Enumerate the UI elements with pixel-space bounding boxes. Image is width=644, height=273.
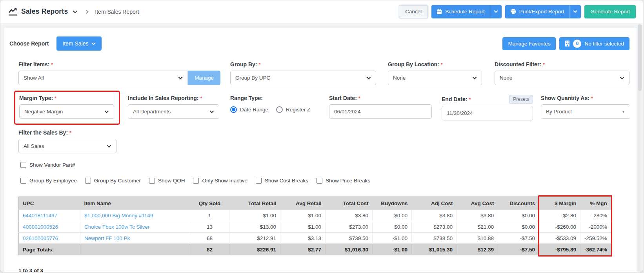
table-cell: Choice Fbox 100w Tc Silver xyxy=(80,221,190,233)
cancel-button[interactable]: Cancel xyxy=(399,5,428,18)
scrollbar[interactable] xyxy=(637,23,642,272)
table-cell: 68 xyxy=(190,233,229,244)
required-asterisk: * xyxy=(591,95,593,101)
table-cell: $3.80 xyxy=(326,210,373,221)
item-name-link[interactable]: Newport FF 100 Pk xyxy=(84,235,130,241)
filter-status-button[interactable]: 0 No filter selected xyxy=(559,37,629,50)
presets-button[interactable]: Presets xyxy=(509,95,533,104)
chevron-down-icon[interactable] xyxy=(73,10,78,13)
table-cell: $3.80 xyxy=(412,210,457,221)
chevron-down-icon xyxy=(209,110,214,113)
start-date-label: Start Date: xyxy=(329,95,357,101)
option-checkbox-1[interactable]: Group By Customer xyxy=(85,178,141,184)
table-cell: $3.80 xyxy=(457,210,498,221)
table-cell: -$2.80 xyxy=(539,210,580,221)
margin-type-select[interactable]: Negative Margin xyxy=(19,104,114,119)
margin-type-label: Margin Type: xyxy=(19,95,53,101)
print-export-split-button: Print/Export Report xyxy=(505,5,581,18)
report-selector-value: Item Sales xyxy=(62,40,88,47)
option-checkbox-5[interactable]: Show Price Breaks xyxy=(317,178,370,184)
checkbox-icon xyxy=(20,162,26,168)
filter-items-select[interactable]: Show All xyxy=(18,71,188,85)
discounted-filter-value: None xyxy=(500,75,512,81)
checkbox-label: Show Cost Breaks xyxy=(265,178,308,184)
report-selector-button[interactable]: Item Sales xyxy=(56,36,102,51)
column-header: UPC xyxy=(19,197,80,210)
manage-button[interactable]: Manage xyxy=(188,71,220,85)
table-cell: $212.91 xyxy=(229,233,280,244)
register-z-radio[interactable] xyxy=(276,106,283,113)
item-name-link[interactable]: $1,000,000 Big Money #1149 xyxy=(84,213,153,218)
print-export-caret[interactable] xyxy=(569,5,581,18)
checkbox-label: Show Price Breaks xyxy=(326,178,370,184)
filter-status-label: No filter selected xyxy=(584,41,624,47)
include-in-sales-label: Include In Sales Reporting: xyxy=(128,95,198,101)
group-by-select[interactable]: Group By UPC xyxy=(230,71,376,85)
option-checkbox-3[interactable]: Only Show Inactive xyxy=(193,178,247,184)
column-header: Qty Sold xyxy=(190,197,229,210)
totals-cell: -362.74% xyxy=(580,244,611,255)
table-cell: 400001000526 xyxy=(19,221,80,233)
date-range-radio[interactable] xyxy=(230,106,237,113)
upc-link[interactable]: 400001000526 xyxy=(23,224,58,230)
show-quantity-as-value: By Product xyxy=(546,109,572,115)
option-checkbox-0[interactable]: Group By Employee xyxy=(20,178,77,184)
required-asterisk: * xyxy=(55,95,56,101)
start-date-input[interactable] xyxy=(329,104,432,119)
group-by-group: Group By:* Group By UPC xyxy=(230,61,376,85)
content-area: Choose Report Item Sales Manage Favorite… xyxy=(0,23,643,272)
totals-cell: $226.91 xyxy=(229,244,280,255)
scrollbar-thumb[interactable] xyxy=(638,24,642,91)
schedule-report-button[interactable]: Schedule Report xyxy=(431,5,490,18)
chart-line-icon xyxy=(8,8,17,16)
register-z-radio-label[interactable]: Register Z xyxy=(286,107,310,113)
table-cell: -$7.50 xyxy=(498,233,539,244)
print-export-button[interactable]: Print/Export Report xyxy=(505,5,569,18)
column-header: % Mgn xyxy=(580,197,611,210)
page-title: Sales Reports xyxy=(21,7,68,16)
column-header: Buydowns xyxy=(373,197,412,210)
include-in-sales-select[interactable]: All Departments xyxy=(128,104,219,119)
checkbox-label: Only Show Inactive xyxy=(202,178,247,184)
show-quantity-as-select[interactable]: By Product ▼ xyxy=(541,104,630,119)
totals-cell: $12.39 xyxy=(457,244,498,255)
table-cell: $0.00 xyxy=(498,221,539,233)
range-type-label: Range Type: xyxy=(230,95,263,101)
discounted-filter-select[interactable]: None xyxy=(495,71,629,85)
filter-count-badge: 0 xyxy=(573,40,581,48)
checkbox-label: Group By Customer xyxy=(94,178,141,184)
group-by-location-select[interactable]: None xyxy=(388,71,482,85)
schedule-report-label: Schedule Report xyxy=(445,9,485,15)
filter-sales-by-group: Filter the Sales By:* All Sales xyxy=(18,129,116,153)
table-cell: -2000% xyxy=(580,221,611,233)
breadcrumb: Item Sales Report xyxy=(95,9,139,15)
upc-link[interactable]: 644018111497 xyxy=(23,213,57,218)
required-asterisk: * xyxy=(441,62,443,67)
filter-items-label: Filter Items: xyxy=(18,61,49,67)
discounted-filter-group: Discounted Filter:* None xyxy=(495,61,629,85)
table-cell: -259.52% xyxy=(580,233,611,244)
totals-cell: -$7.50 xyxy=(498,244,539,255)
item-name-link[interactable]: Choice Fbox 100w Tc Silver xyxy=(84,224,149,230)
show-vendor-part-checkbox[interactable]: Show Vendor Part# xyxy=(20,162,75,168)
building-icon xyxy=(565,40,570,47)
show-vendor-part-label: Show Vendor Part# xyxy=(29,162,75,168)
schedule-report-caret[interactable] xyxy=(490,5,502,18)
table-cell: -$533.09 xyxy=(539,233,580,244)
date-range-radio-label[interactable]: Date Range xyxy=(240,107,268,113)
table-row: 400001000526Choice Fbox 100w Tc Silver13… xyxy=(19,221,611,233)
required-asterisk: * xyxy=(358,95,360,101)
option-checkbox-4[interactable]: Show Cost Breaks xyxy=(256,178,308,184)
manage-favorites-button[interactable]: Manage Favorites xyxy=(502,37,556,50)
generate-report-button[interactable]: Generate Report xyxy=(584,5,636,18)
table-cell: 1 xyxy=(190,210,229,221)
end-date-input[interactable] xyxy=(442,106,533,120)
column-header: $ Margin xyxy=(539,197,580,210)
totals-cell xyxy=(80,244,190,255)
column-header: Avg Cost xyxy=(457,197,498,210)
table-row: 644018111497$1,000,000 Big Money #11491$… xyxy=(19,210,611,221)
upc-link[interactable]: 026100005776 xyxy=(23,235,58,241)
filter-sales-by-select[interactable]: All Sales xyxy=(18,139,116,153)
pagination-status: 1 to 3 of 3 xyxy=(18,268,637,272)
option-checkbox-2[interactable]: Show QOH xyxy=(149,178,185,184)
